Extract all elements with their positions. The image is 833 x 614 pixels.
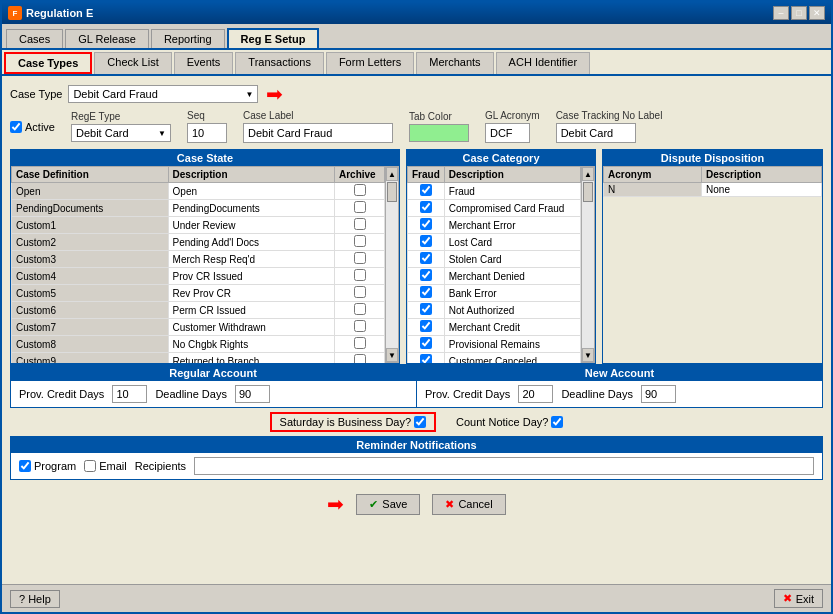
subtab-form-letters[interactable]: Form Letters [326,52,414,74]
reminder-fields: Program Email Recipients [11,453,822,479]
case-state-scrollbar[interactable]: ▲ ▼ [385,166,399,363]
cat-scroll-up-button[interactable]: ▲ [582,167,594,181]
main-content: Case Type Debit Card Fraud ▼ ➡ Active Re… [2,76,831,584]
maximize-button[interactable]: □ [791,6,807,20]
archive-checkbox[interactable] [354,201,366,213]
tab-gl-release[interactable]: GL Release [65,29,149,48]
case-archive-cell[interactable] [335,319,385,336]
fraud-checkbox[interactable] [420,252,432,264]
subtab-ach-identifier[interactable]: ACH Identifier [496,52,590,74]
fraud-cell[interactable] [408,285,445,302]
help-button[interactable]: ? Help [10,590,60,608]
minimize-button[interactable]: – [773,6,789,20]
case-archive-cell[interactable] [335,217,385,234]
col-case-definition: Case Definition [12,167,169,183]
fraud-cell[interactable] [408,302,445,319]
fraud-checkbox[interactable] [420,286,432,298]
fraud-cell[interactable] [408,319,445,336]
archive-checkbox[interactable] [354,184,366,196]
active-checkbox[interactable] [10,121,22,133]
subtab-case-types[interactable]: Case Types [4,52,92,74]
case-tracking-input[interactable] [556,123,636,143]
reg-e-type-dropdown[interactable]: Debit Card ▼ [71,124,171,142]
archive-checkbox[interactable] [354,235,366,247]
scroll-thumb[interactable] [387,182,397,202]
archive-checkbox[interactable] [354,286,366,298]
case-category-row: Compromised Card Fraud [408,200,581,217]
exit-button[interactable]: ✖ Exit [774,589,823,608]
close-button[interactable]: ✕ [809,6,825,20]
fraud-cell[interactable] [408,268,445,285]
recipients-input[interactable] [194,457,814,475]
fraud-checkbox[interactable] [420,354,432,363]
tab-cases[interactable]: Cases [6,29,63,48]
saturday-checkbox[interactable] [414,416,426,428]
fraud-cell[interactable] [408,183,445,200]
case-label-input[interactable] [243,123,393,143]
fraud-cell[interactable] [408,217,445,234]
program-checkbox[interactable] [19,460,31,472]
archive-checkbox[interactable] [354,337,366,349]
case-archive-cell[interactable] [335,268,385,285]
case-archive-cell[interactable] [335,302,385,319]
fraud-cell[interactable] [408,353,445,364]
archive-checkbox[interactable] [354,218,366,230]
deadline-days-input[interactable] [235,385,270,403]
subtab-events[interactable]: Events [174,52,234,74]
seq-input[interactable] [187,123,227,143]
save-button[interactable]: ✔ Save [356,494,420,515]
fraud-checkbox[interactable] [420,269,432,281]
archive-checkbox[interactable] [354,320,366,332]
new-prov-credit-days-input[interactable] [518,385,553,403]
cat-scroll-thumb[interactable] [583,182,593,202]
new-deadline-days-input[interactable] [641,385,676,403]
fraud-checkbox[interactable] [420,218,432,230]
reminder-section: Reminder Notifications Program Email Rec… [10,436,823,480]
case-archive-cell[interactable] [335,251,385,268]
fraud-checkbox[interactable] [420,184,432,196]
archive-checkbox[interactable] [354,303,366,315]
case-archive-cell[interactable] [335,285,385,302]
case-archive-cell[interactable] [335,234,385,251]
case-state-row: Custom6 Perm CR Issued [12,302,385,319]
archive-checkbox[interactable] [354,269,366,281]
scroll-up-button[interactable]: ▲ [386,167,398,181]
gl-acronym-input[interactable] [485,123,530,143]
program-label[interactable]: Program [19,460,76,472]
subtab-merchants[interactable]: Merchants [416,52,493,74]
archive-checkbox[interactable] [354,252,366,264]
case-archive-cell[interactable] [335,183,385,200]
cancel-label: Cancel [458,498,492,510]
subtab-transactions[interactable]: Transactions [235,52,324,74]
email-label[interactable]: Email [84,460,127,472]
case-category-scrollbar[interactable]: ▲ ▼ [581,166,595,363]
cat-scroll-down-button[interactable]: ▼ [582,348,594,362]
tab-reg-e-setup[interactable]: Reg E Setup [227,28,320,48]
prov-credit-days-input[interactable] [112,385,147,403]
case-desc-cell: Perm CR Issued [168,302,334,319]
fraud-checkbox[interactable] [420,235,432,247]
case-type-dropdown[interactable]: Debit Card Fraud ▼ [68,85,258,103]
fraud-checkbox[interactable] [420,320,432,332]
fraud-cell[interactable] [408,251,445,268]
subtab-check-list[interactable]: Check List [94,52,171,74]
scroll-down-button[interactable]: ▼ [386,348,398,362]
case-desc-cell: No Chgbk Rights [168,336,334,353]
case-archive-cell[interactable] [335,200,385,217]
fraud-checkbox[interactable] [420,303,432,315]
fraud-cell[interactable] [408,200,445,217]
case-def-cell: Custom9 [12,353,169,364]
count-notice-checkbox[interactable] [551,416,563,428]
tab-reporting[interactable]: Reporting [151,29,225,48]
email-checkbox[interactable] [84,460,96,472]
tab-color-picker[interactable] [409,124,469,142]
fraud-checkbox[interactable] [420,201,432,213]
fraud-checkbox[interactable] [420,337,432,349]
active-checkbox-label[interactable]: Active [10,121,55,133]
fraud-cell[interactable] [408,234,445,251]
case-archive-cell[interactable] [335,336,385,353]
fraud-cell[interactable] [408,336,445,353]
cancel-button[interactable]: ✖ Cancel [432,494,505,515]
case-archive-cell[interactable] [335,353,385,364]
archive-checkbox[interactable] [354,354,366,363]
